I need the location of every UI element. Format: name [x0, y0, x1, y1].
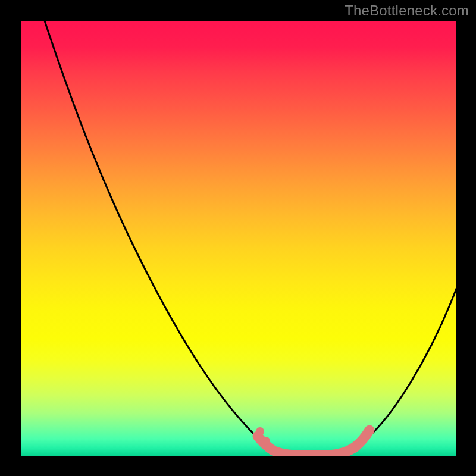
- highlight-band: [258, 430, 369, 455]
- plot-area: [21, 21, 456, 456]
- highlight-dot-2: [262, 437, 270, 445]
- chart-container: TheBottleneck.com: [0, 0, 476, 476]
- attribution-label: TheBottleneck.com: [345, 2, 469, 19]
- curve-layer: [21, 21, 456, 456]
- highlight-dot-1: [256, 427, 264, 436]
- bottleneck-curve: [45, 21, 456, 455]
